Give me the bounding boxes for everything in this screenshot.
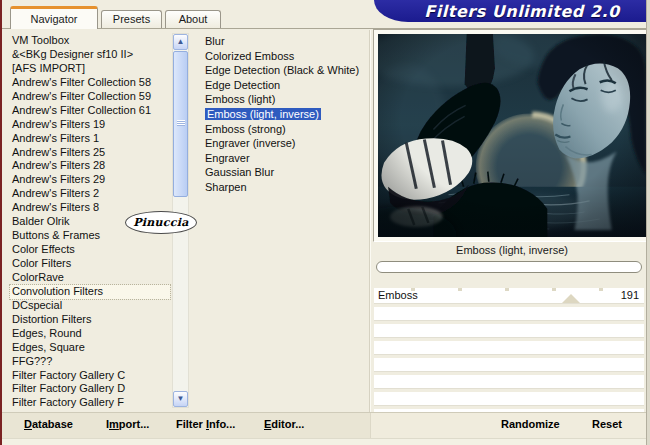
- param-name: Emboss: [378, 289, 418, 301]
- filter-item[interactable]: Engraver (inverse): [203, 136, 367, 151]
- import-button[interactable]: Import...: [106, 418, 149, 430]
- filter-list: BlurColorized EmbossEdge Detection (Blac…: [203, 34, 367, 412]
- reset-button[interactable]: Reset: [592, 418, 622, 430]
- category-item[interactable]: Andrew's Filter Collection 58: [10, 76, 170, 90]
- category-item[interactable]: Andrew's Filter Collection 59: [10, 90, 170, 104]
- category-item[interactable]: Andrew's Filters 28: [10, 159, 170, 173]
- category-item[interactable]: Distortion Filters: [10, 313, 170, 327]
- param-value: 191: [621, 289, 639, 301]
- filter-item[interactable]: Emboss (light): [203, 92, 367, 107]
- bottom-strip: [2, 438, 650, 445]
- window-right-border: [646, 0, 650, 445]
- filter-item[interactable]: Emboss (light, inverse): [203, 107, 367, 122]
- slider-thumb-icon[interactable]: [562, 294, 580, 303]
- category-item[interactable]: Andrew's Filters 29: [10, 173, 170, 187]
- category-item[interactable]: DCspecial: [10, 299, 170, 313]
- scroll-up-icon[interactable]: ▲: [173, 34, 188, 50]
- filter-item[interactable]: Engraver: [203, 151, 367, 166]
- slider-tick: [599, 288, 603, 291]
- category-item[interactable]: ColorRave: [10, 271, 170, 285]
- randomize-button[interactable]: Randomize: [501, 418, 560, 430]
- filter-item[interactable]: Colorized Emboss: [203, 49, 367, 64]
- database-button[interactable]: Database: [24, 418, 73, 430]
- param-row-empty: [374, 307, 644, 321]
- watermark-bubble: Pinuccia: [125, 211, 197, 234]
- preview-image: [378, 34, 646, 237]
- param-row-empty: [374, 375, 644, 389]
- scroll-down-icon[interactable]: ▼: [173, 391, 188, 407]
- watermark-text: Pinuccia: [133, 216, 189, 229]
- filter-item[interactable]: Emboss (strong): [203, 122, 367, 137]
- slider-tick: [505, 288, 509, 291]
- category-item[interactable]: Edges, Round: [10, 327, 170, 341]
- category-item[interactable]: Andrew's Filters 19: [10, 118, 170, 132]
- filter-item[interactable]: Edge Detection (Black & White): [203, 63, 367, 78]
- param-row-empty: [374, 324, 644, 338]
- category-item[interactable]: Filter Factory Gallery F: [10, 396, 170, 410]
- progress-bar: [376, 261, 642, 273]
- param-row-empty: [374, 392, 644, 406]
- tab-presets[interactable]: Presets: [101, 10, 162, 29]
- tab-about[interactable]: About: [165, 10, 221, 29]
- category-item[interactable]: Edges, Square: [10, 341, 170, 355]
- category-item[interactable]: [AFS IMPORT]: [10, 62, 170, 76]
- category-item[interactable]: Color Effects: [10, 243, 170, 257]
- filter-item[interactable]: Edge Detection: [203, 78, 367, 93]
- category-item[interactable]: VM Toolbox: [10, 34, 170, 48]
- footer-bar: DatabaseImport...Filter Info...Editor...…: [2, 412, 650, 439]
- preview-caption: Emboss (light, inverse): [374, 244, 650, 256]
- filter-info-button[interactable]: Filter Info...: [176, 418, 235, 430]
- preview-frame: [373, 29, 650, 242]
- category-item[interactable]: Color Filters: [10, 257, 170, 271]
- category-item[interactable]: Andrew's Filter Collection 61: [10, 104, 170, 118]
- panel-divider: [369, 30, 370, 412]
- category-item[interactable]: Andrew's Filters 1: [10, 132, 170, 146]
- category-item[interactable]: FFG???: [10, 355, 170, 369]
- category-item[interactable]: Andrew's Filters 25: [10, 146, 170, 160]
- param-row-empty: [374, 341, 644, 355]
- category-item[interactable]: Convolution Filters: [10, 285, 170, 299]
- title-banner: Filters Unlimited 2.0: [374, 0, 650, 22]
- window-title: Filters Unlimited 2.0: [406, 2, 619, 21]
- selected-filter[interactable]: Emboss (light, inverse): [205, 108, 321, 120]
- filter-item[interactable]: Sharpen: [203, 180, 367, 195]
- param-slider-emboss[interactable]: Emboss 191: [374, 288, 644, 304]
- category-item[interactable]: Filter Factory Gallery D: [10, 382, 170, 396]
- editor-button[interactable]: Editor...: [264, 418, 304, 430]
- slider-tick: [458, 288, 462, 291]
- filter-item[interactable]: Gaussian Blur: [203, 165, 367, 180]
- filter-item[interactable]: Blur: [203, 34, 367, 49]
- category-item[interactable]: Filter Factory Gallery C: [10, 369, 170, 383]
- filters-unlimited-window: Filters Unlimited 2.0 Navigator Presets …: [0, 0, 650, 445]
- scrollbar-thumb[interactable]: [173, 51, 188, 197]
- category-item[interactable]: &<BKg Designer sf10 II>: [10, 48, 170, 62]
- tab-navigator[interactable]: Navigator: [10, 6, 98, 29]
- slider-tick: [552, 288, 556, 291]
- param-row-empty: [374, 358, 644, 372]
- category-item[interactable]: Andrew's Filters 2: [10, 187, 170, 201]
- scrollbar-grip: [177, 120, 185, 126]
